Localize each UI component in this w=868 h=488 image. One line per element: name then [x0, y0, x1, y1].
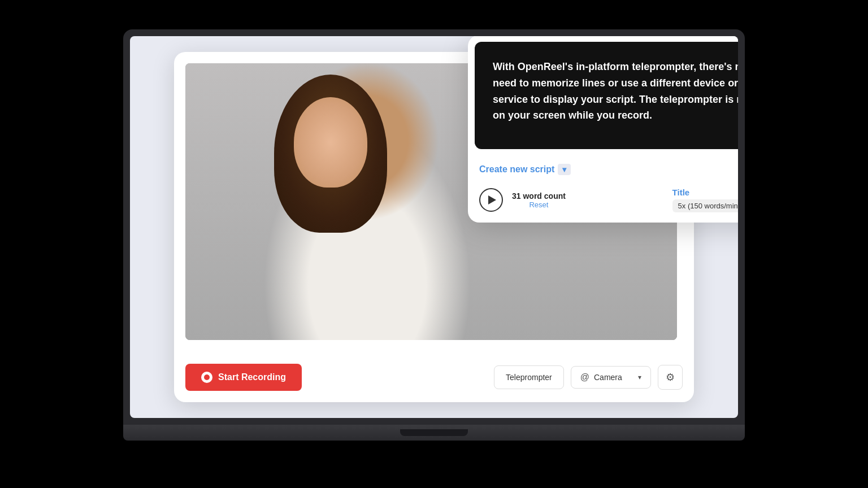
- teleprompter-controls: Create new script ▾: [468, 156, 738, 188]
- create-script-button[interactable]: Create new script ▾: [479, 164, 738, 175]
- speed-row: 5x (150 words/min ▾ 30px ▾: [672, 199, 738, 212]
- start-recording-button[interactable]: Start Recording: [185, 364, 302, 391]
- at-icon: @: [580, 372, 589, 382]
- laptop-screen: Start Recording Teleprompter @ Camera ▾ …: [130, 36, 738, 418]
- camera-chevron-icon: ▾: [638, 373, 641, 381]
- speed-select-wrapper[interactable]: 5x (150 words/min ▾: [672, 199, 738, 212]
- teleprompter-button[interactable]: Teleprompter: [494, 365, 564, 389]
- settings-button[interactable]: ⚙: [658, 365, 683, 390]
- laptop-screen-bezel: Start Recording Teleprompter @ Camera ▾ …: [123, 29, 745, 425]
- camera-select[interactable]: Camera: [594, 373, 633, 382]
- teleprompter-bottom: 31 word count Reset Title 5x (150 words/…: [468, 188, 738, 223]
- title-label: Title: [672, 188, 738, 197]
- start-recording-label: Start Recording: [218, 372, 286, 382]
- create-script-dropdown-icon: ▾: [558, 164, 571, 175]
- teleprompter-text: With OpenReel's in-platform teleprompter…: [493, 61, 738, 121]
- laptop-shell: Start Recording Teleprompter @ Camera ▾ …: [123, 29, 745, 459]
- play-button[interactable]: [479, 188, 503, 212]
- camera-select-wrapper[interactable]: @ Camera ▾: [571, 366, 651, 389]
- title-speed-section: Title 5x (150 words/min ▾ 30px ▾: [672, 188, 738, 212]
- teleprompter-display: With OpenReel's in-platform teleprompter…: [475, 42, 738, 149]
- speed-text: 5x (150 words/min: [678, 202, 738, 210]
- controls-bar: Start Recording Teleprompter @ Camera ▾ …: [185, 364, 683, 391]
- word-count-text: 31 word count: [512, 191, 566, 201]
- laptop-base: [123, 425, 745, 441]
- word-count-section: 31 word count Reset: [512, 191, 566, 209]
- reset-button[interactable]: Reset: [512, 201, 566, 209]
- record-icon: [201, 372, 212, 383]
- laptop-notch: [400, 429, 468, 436]
- play-icon: [488, 195, 496, 204]
- teleprompter-panel: With OpenReel's in-platform teleprompter…: [468, 36, 738, 223]
- main-card: Start Recording Teleprompter @ Camera ▾ …: [174, 52, 694, 402]
- create-script-label: Create new script: [479, 164, 554, 175]
- settings-icon: ⚙: [666, 371, 675, 384]
